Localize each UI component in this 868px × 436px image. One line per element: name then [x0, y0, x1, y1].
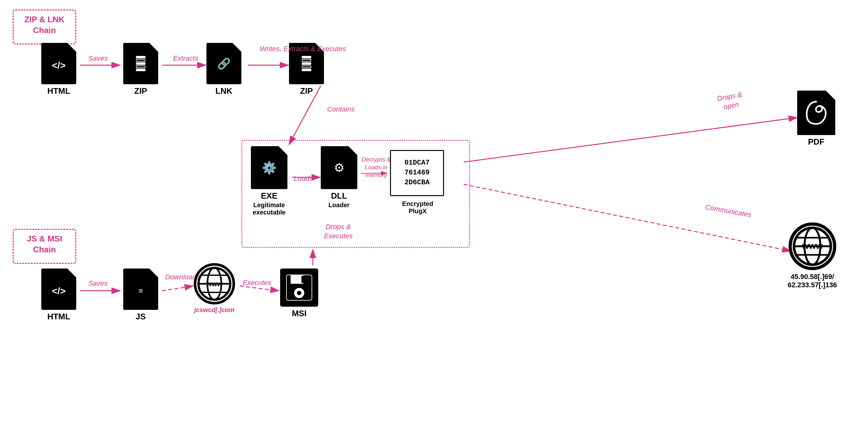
plugx-hash-text: 01DCA77614692D6CBA: [404, 158, 429, 187]
dll-sublabel: Loader: [329, 201, 350, 209]
executes-label: Executes: [243, 279, 272, 288]
zip-lnk-label: ZIP & LNK Chain: [25, 14, 65, 35]
pdf-label: PDF: [808, 137, 825, 147]
www-server-icon: www 45.90.58[.]69/62.233.57[.]136: [788, 223, 837, 289]
contains-label: Contains: [327, 105, 355, 114]
svg-rect-22: [301, 276, 304, 283]
html-label-top: HTML: [47, 86, 70, 96]
svg-line-8: [464, 118, 797, 162]
exe-gear-icon: ⚙️: [262, 161, 277, 175]
zip2-label: ZIP: [300, 86, 313, 96]
msi-file: MSI: [280, 268, 318, 318]
drops-open-label: Drops &open: [716, 90, 744, 113]
zip1-file: ZIP: [123, 43, 158, 96]
svg-text:www: www: [802, 241, 823, 251]
plugx-box: 01DCA77614692D6CBA: [390, 150, 444, 196]
drops-executes-label: Drops &Executes: [324, 223, 353, 240]
zip1-label: ZIP: [134, 86, 147, 96]
exe-file: ⚙️ EXE Legitimateexecutable: [251, 146, 287, 216]
dll-file: ⚙ DLL Loader: [321, 146, 357, 209]
extracts-label: Extracts: [173, 54, 198, 63]
msi-label: MSI: [292, 309, 307, 318]
writes-label: Writes, Extracts & Executes: [260, 45, 346, 54]
html-file-top: </> HTML: [41, 43, 76, 96]
zip-lnk-chain-box: ZIP & LNK Chain: [13, 9, 76, 45]
lnk-label: LNK: [215, 86, 232, 96]
dll-label: DLL: [331, 191, 347, 201]
lnk-icon-symbol: 🔗: [217, 57, 230, 70]
exe-sublabel: Legitimateexecutable: [253, 201, 285, 216]
svg-text:www: www: [206, 280, 223, 288]
decrypts-label: Decrypts &Loads inmemory: [362, 156, 391, 179]
js-file: ≡ JS: [123, 268, 158, 322]
js-icon-text: ≡: [138, 287, 143, 295]
www-bottom-label: jcswcd[.]com: [194, 306, 235, 314]
lnk-file: 🔗 LNK: [207, 43, 241, 96]
js-msi-label: JS & MSI Chain: [27, 234, 62, 254]
loads-label: Loads: [294, 174, 313, 183]
plugx-sublabel: EncryptedPlugX: [386, 200, 450, 215]
svg-line-11: [162, 286, 193, 291]
js-msi-chain-box: JS & MSI Chain: [13, 229, 76, 264]
dll-gear-icon: ⚙: [334, 161, 345, 175]
html-icon-text: </>: [52, 60, 65, 70]
pdf-file: PDF: [797, 91, 835, 147]
svg-point-24: [297, 291, 301, 295]
saves1-label: Saves: [88, 54, 108, 63]
communicates-label: Communicates: [705, 202, 752, 220]
js-label: JS: [135, 312, 146, 322]
html-label-bottom: HTML: [47, 312, 70, 322]
www-server-sublabel: 45.90.58[.]69/62.233.57[.]136: [788, 273, 837, 289]
html-file-bottom: </> HTML: [41, 268, 76, 322]
www-globe-bottom: www jcswcd[.]com: [194, 263, 235, 314]
exe-label: EXE: [261, 191, 277, 201]
html-bottom-icon-text: </>: [52, 286, 65, 296]
saves2-label: Saves: [88, 279, 108, 288]
diagram-container: ZIP & LNK Chain JS & MSI Chain </> HTML …: [0, 0, 868, 436]
